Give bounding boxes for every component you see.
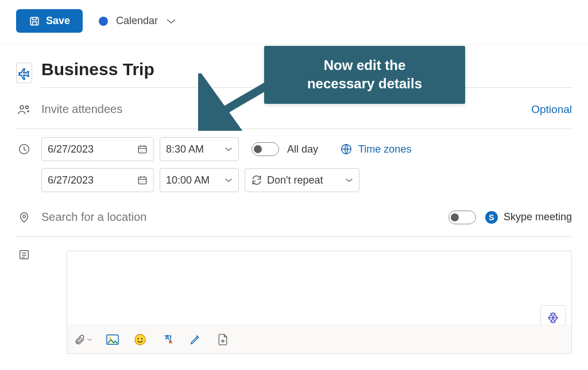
callout-line2: necessary details bbox=[277, 75, 452, 93]
svg-text:A: A bbox=[165, 334, 169, 341]
editor-toolbar: A bbox=[67, 325, 571, 353]
calendar-color-dot bbox=[99, 17, 108, 26]
calendar-icon bbox=[137, 175, 148, 185]
file-add-icon bbox=[217, 333, 229, 346]
recurrence-value: Don't repeat bbox=[267, 174, 323, 186]
svg-point-23 bbox=[141, 337, 143, 339]
description-row: A bbox=[16, 239, 572, 360]
chevron-down-icon bbox=[87, 337, 92, 342]
datetime-row: 6/27/2023 8:30 AM All day bbox=[16, 131, 572, 198]
callout-arrow bbox=[198, 73, 278, 131]
skype-label: Skype meeting bbox=[504, 211, 572, 223]
notes-icon bbox=[16, 248, 32, 261]
time-zones-button[interactable]: Time zones bbox=[340, 143, 411, 155]
emoji-button[interactable] bbox=[133, 332, 148, 347]
repeat-icon bbox=[251, 174, 262, 186]
end-date-input[interactable]: 6/27/2023 bbox=[41, 168, 154, 192]
start-row: 6/27/2023 8:30 AM All day bbox=[41, 137, 572, 161]
end-date-value: 6/27/2023 bbox=[48, 174, 94, 186]
insert-file-button[interactable] bbox=[215, 332, 230, 347]
location-row: S Skype meeting bbox=[16, 201, 572, 237]
svg-point-7 bbox=[144, 150, 144, 150]
clear-formatting-button[interactable]: A bbox=[160, 332, 175, 347]
location-icon bbox=[16, 211, 32, 224]
svg-point-15 bbox=[140, 182, 141, 183]
all-day-group: All day bbox=[252, 142, 318, 156]
attach-button[interactable] bbox=[74, 332, 92, 347]
svg-point-17 bbox=[23, 215, 26, 217]
end-time-value: 10:00 AM bbox=[166, 174, 210, 186]
svg-point-13 bbox=[142, 181, 142, 181]
clock-icon bbox=[16, 143, 32, 155]
calendar-label: Calendar bbox=[116, 15, 158, 27]
image-icon bbox=[106, 334, 119, 345]
optional-link[interactable]: Optional bbox=[531, 103, 572, 116]
svg-point-20 bbox=[109, 337, 111, 339]
clear-format-icon: A bbox=[161, 333, 174, 346]
svg-point-6 bbox=[142, 150, 142, 150]
calendar-picker[interactable]: Calendar bbox=[99, 15, 176, 27]
svg-point-21 bbox=[135, 334, 145, 344]
svg-point-9 bbox=[142, 151, 142, 152]
all-day-toggle[interactable] bbox=[252, 142, 279, 156]
callout-line1: Now edit the bbox=[277, 56, 452, 75]
time-zones-label: Time zones bbox=[358, 143, 411, 155]
chevron-down-icon bbox=[225, 177, 233, 183]
emoji-icon bbox=[134, 333, 146, 346]
description-editor[interactable]: A bbox=[67, 251, 572, 354]
svg-point-1 bbox=[20, 106, 24, 109]
save-icon bbox=[29, 15, 40, 27]
start-time-value: 8:30 AM bbox=[166, 143, 204, 155]
paperclip-icon bbox=[74, 334, 86, 345]
airplane-icon bbox=[17, 66, 31, 80]
highlight-icon bbox=[189, 333, 202, 346]
save-label: Save bbox=[46, 15, 70, 27]
chevron-down-icon bbox=[345, 177, 353, 183]
online-meeting-toggle[interactable] bbox=[448, 211, 476, 224]
svg-point-12 bbox=[140, 181, 141, 181]
toolbar: Save Calendar bbox=[0, 0, 588, 45]
insert-image-button[interactable] bbox=[105, 332, 120, 347]
diamond-icon bbox=[546, 311, 560, 325]
calendar-icon bbox=[137, 144, 148, 154]
start-time-input[interactable]: 8:30 AM bbox=[160, 137, 239, 161]
save-button[interactable]: Save bbox=[16, 9, 83, 33]
end-row: 6/27/2023 10:00 AM Don't repeat bbox=[41, 168, 572, 192]
recurrence-input[interactable]: Don't repeat bbox=[245, 168, 359, 192]
skype-meeting-group: S Skype meeting bbox=[485, 211, 572, 224]
chevron-down-icon bbox=[225, 146, 233, 152]
start-date-input[interactable]: 6/27/2023 bbox=[41, 137, 154, 161]
tutorial-callout: Now edit the necessary details bbox=[264, 46, 465, 104]
svg-point-22 bbox=[138, 337, 140, 339]
start-date-value: 6/27/2023 bbox=[48, 143, 94, 155]
globe-icon bbox=[340, 143, 353, 155]
all-day-label: All day bbox=[287, 143, 318, 155]
location-input[interactable] bbox=[41, 207, 439, 227]
svg-point-8 bbox=[140, 151, 141, 152]
highlight-button[interactable] bbox=[188, 332, 203, 347]
svg-point-16 bbox=[142, 182, 142, 183]
svg-point-2 bbox=[26, 106, 29, 108]
svg-point-5 bbox=[140, 150, 141, 150]
people-icon bbox=[16, 103, 32, 116]
svg-point-14 bbox=[144, 181, 144, 181]
end-time-input[interactable]: 10:00 AM bbox=[160, 168, 239, 192]
category-button[interactable] bbox=[16, 63, 32, 83]
chevron-down-icon bbox=[166, 18, 176, 25]
skype-icon: S bbox=[485, 211, 498, 224]
